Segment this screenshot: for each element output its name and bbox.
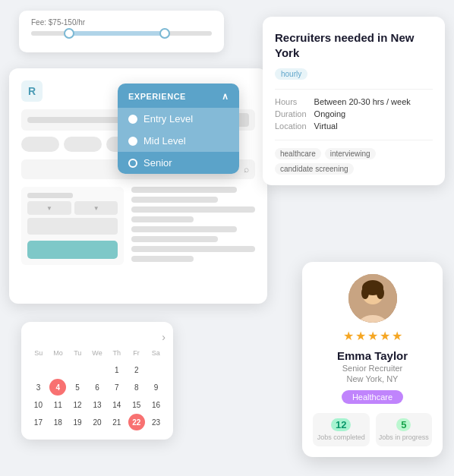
slider-fill xyxy=(68,31,167,36)
calendar-card: › Su Mo Tu We Th Fr Sa 1 2 3 4 5 6 7 8 9… xyxy=(21,322,173,440)
cal-day-9[interactable]: 9 xyxy=(148,379,165,396)
tag-screening[interactable]: candidate screening xyxy=(275,163,354,175)
stat-num-completed: 12 xyxy=(331,418,351,431)
content-area: ▼ ▼ xyxy=(21,187,255,265)
profile-card: ★ ★ ★ ★ ★ Emma Taylor Senior Recruiter N… xyxy=(302,262,443,457)
duration-label: Duration xyxy=(275,109,307,118)
cal-day-3[interactable]: 3 xyxy=(30,379,46,396)
experience-mid-level[interactable]: Mid Level xyxy=(118,130,239,152)
radio-filled-2 xyxy=(128,137,137,146)
star-4: ★ xyxy=(380,329,390,343)
star-3: ★ xyxy=(367,329,378,343)
profile-location: New York, NY xyxy=(313,374,432,383)
result-line-2 xyxy=(131,197,218,203)
slider-label: Fee: $75-150/hr xyxy=(31,18,212,27)
stat-label-progress: Jobs in progress xyxy=(379,433,430,442)
result-lines xyxy=(131,187,255,262)
result-line-6 xyxy=(131,236,218,242)
radio-filled-1 xyxy=(128,115,137,124)
cal-day-19[interactable]: 19 xyxy=(69,414,86,430)
profile-title: Senior Recruiter xyxy=(313,364,432,373)
cal-day-4[interactable]: 4 xyxy=(49,379,66,396)
cal-day-12[interactable]: 12 xyxy=(69,396,86,413)
form-row-1 xyxy=(27,193,118,198)
cal-day-13[interactable]: 13 xyxy=(89,396,106,413)
day-sa: Sa xyxy=(146,348,166,358)
form-input-3[interactable] xyxy=(27,218,118,235)
star-1: ★ xyxy=(343,329,354,343)
experience-title: EXPERIENCE xyxy=(128,92,186,101)
stat-progress: 5 Jobs in progress xyxy=(376,413,433,446)
filter-chip-1[interactable] xyxy=(21,137,59,152)
experience-senior[interactable]: Senior xyxy=(118,152,239,174)
day-mo: Mo xyxy=(49,348,68,358)
cal-empty-4 xyxy=(89,361,106,378)
left-column: ▼ ▼ xyxy=(21,187,124,265)
form-label-1 xyxy=(27,193,73,198)
cal-day-7[interactable]: 7 xyxy=(109,379,125,396)
experience-label-3: Senior xyxy=(143,157,172,169)
svg-point-5 xyxy=(377,287,384,299)
star-5: ★ xyxy=(392,329,402,343)
tag-interviewing[interactable]: interviewing xyxy=(325,148,376,159)
job-divider-2 xyxy=(275,140,433,140)
cal-day-16[interactable]: 16 xyxy=(148,396,165,413)
experience-entry-level[interactable]: Entry Level xyxy=(118,108,239,130)
day-fr: Fr xyxy=(127,348,147,358)
cal-day-21[interactable]: 21 xyxy=(109,414,125,430)
cal-day-10[interactable]: 10 xyxy=(30,396,46,413)
specialty-badge: Healthcare xyxy=(342,390,403,404)
submit-button[interactable] xyxy=(27,241,118,259)
chevron-up-icon: ∧ xyxy=(222,91,229,102)
app-logo: R xyxy=(21,80,43,102)
cal-day-15[interactable]: 15 xyxy=(128,396,145,413)
cal-empty-2 xyxy=(49,361,66,378)
search-icon: ⌕ xyxy=(244,164,249,175)
job-card: Recruiters needed in New York hourly Hou… xyxy=(263,17,445,185)
avatar xyxy=(348,274,397,323)
cal-day-22[interactable]: 22 xyxy=(128,414,145,430)
slider-track[interactable] xyxy=(31,31,212,36)
result-line-3 xyxy=(131,206,255,213)
calendar-nav: › xyxy=(29,331,166,343)
day-tu: Tu xyxy=(68,348,87,358)
calendar-next-icon[interactable]: › xyxy=(162,331,166,343)
cal-day-8[interactable]: 8 xyxy=(128,379,145,396)
cal-day-6[interactable]: 6 xyxy=(89,379,106,396)
day-we: We xyxy=(87,348,107,358)
hours-label: Hours xyxy=(275,97,307,106)
result-line-7 xyxy=(131,246,255,252)
cal-empty-5 xyxy=(148,361,165,378)
slider-thumb-right[interactable] xyxy=(159,28,170,39)
tag-healthcare[interactable]: healthcare xyxy=(275,148,321,159)
cal-day-20[interactable]: 20 xyxy=(89,414,106,430)
job-tags: healthcare interviewing candidate screen… xyxy=(275,148,433,175)
slider-thumb-left[interactable] xyxy=(64,28,74,39)
job-divider xyxy=(275,89,433,90)
cal-day-18[interactable]: 18 xyxy=(49,414,66,430)
stat-num-progress: 5 xyxy=(396,418,411,431)
cal-day-14[interactable]: 14 xyxy=(109,396,125,413)
cal-day-1[interactable]: 1 xyxy=(109,361,125,378)
result-line-1 xyxy=(131,187,236,193)
form-input-1[interactable]: ▼ xyxy=(27,201,71,215)
radio-empty-3 xyxy=(128,159,137,168)
location-label: Location xyxy=(275,121,307,131)
filter-chip-2[interactable] xyxy=(64,137,102,152)
cal-day-2[interactable]: 2 xyxy=(128,361,145,378)
calendar-day-names: Su Mo Tu We Th Fr Sa xyxy=(29,348,166,358)
cal-day-5[interactable]: 5 xyxy=(69,379,86,396)
cal-day-23[interactable]: 23 xyxy=(148,414,165,430)
experience-label-2: Mid Level xyxy=(143,135,186,147)
form-input-2[interactable]: ▼ xyxy=(74,201,118,215)
result-line-4 xyxy=(131,216,193,222)
form-row-3 xyxy=(27,218,118,235)
cal-day-17[interactable]: 17 xyxy=(30,414,46,430)
cal-empty-3 xyxy=(69,361,86,378)
cal-day-11[interactable]: 11 xyxy=(49,396,66,413)
right-column xyxy=(131,187,255,265)
dropdown-arrow-2: ▼ xyxy=(93,205,99,212)
job-info-grid: Hours Between 20-30 hrs / week Duration … xyxy=(275,97,433,131)
experience-header: EXPERIENCE ∧ xyxy=(118,84,239,108)
profile-name: Emma Taylor xyxy=(313,349,432,362)
